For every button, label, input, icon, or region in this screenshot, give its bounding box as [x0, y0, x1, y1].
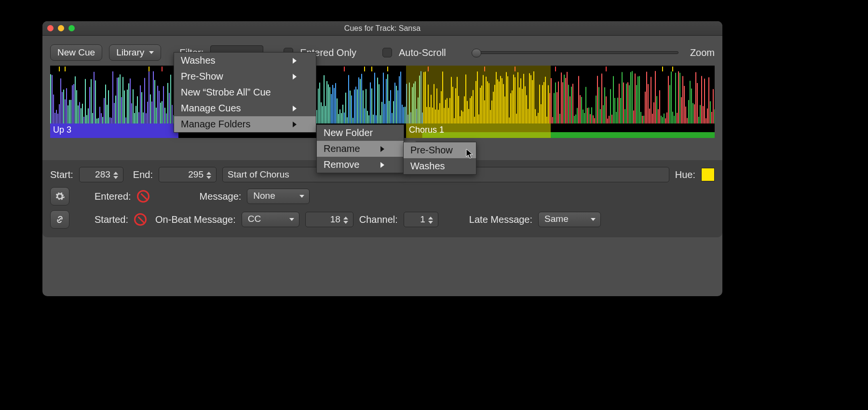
titlebar[interactable]: Cues for Track: Sansa — [42, 21, 722, 36]
manage-folders-menu[interactable]: New Folder Rename Remove — [316, 124, 404, 173]
svg-rect-56 — [128, 83, 129, 123]
link-button[interactable] — [50, 210, 69, 229]
menu-item-new-strobe[interactable]: New “Strobe All” Cue — [174, 84, 316, 100]
menu-item-rename[interactable]: Rename — [317, 141, 404, 157]
end-spinner[interactable]: 295 — [159, 167, 217, 182]
settings-button[interactable] — [50, 187, 69, 205]
library-button[interactable]: Library — [109, 44, 161, 61]
svg-rect-478 — [708, 77, 709, 123]
cue-name-value: Start of Chorus — [228, 169, 289, 179]
end-label: End: — [133, 169, 153, 180]
svg-rect-73 — [151, 102, 152, 123]
stepper-icon[interactable] — [428, 214, 436, 226]
svg-rect-385 — [578, 76, 579, 123]
menu-item-new-folder[interactable]: New Folder — [317, 125, 404, 141]
no-entry-icon[interactable] — [137, 190, 149, 203]
svg-rect-393 — [590, 114, 591, 123]
start-spinner[interactable]: 283 — [79, 167, 123, 182]
svg-rect-59 — [133, 89, 134, 123]
svg-rect-29 — [89, 87, 90, 123]
svg-rect-473 — [701, 76, 702, 123]
svg-rect-401 — [601, 74, 602, 123]
menu-item-remove[interactable]: Remove — [317, 157, 404, 173]
svg-rect-76 — [156, 108, 157, 123]
svg-rect-225 — [357, 89, 358, 123]
new-cue-label: New Cue — [57, 47, 95, 58]
svg-rect-227 — [360, 79, 361, 123]
svg-rect-441 — [658, 109, 659, 123]
svg-rect-74 — [153, 71, 154, 123]
svg-rect-439 — [655, 71, 656, 123]
chevron-down-icon — [289, 218, 294, 221]
svg-rect-37 — [101, 113, 102, 123]
zoom-slider[interactable] — [472, 51, 678, 54]
svg-rect-396 — [594, 118, 595, 123]
svg-rect-226 — [358, 77, 359, 123]
svg-rect-66 — [143, 112, 144, 123]
svg-rect-248 — [387, 74, 388, 123]
svg-rect-419 — [626, 83, 627, 123]
svg-rect-240 — [376, 115, 377, 123]
menu-item-label: New “Strobe All” Cue — [181, 87, 271, 98]
svg-rect-35 — [98, 118, 99, 123]
svg-rect-219 — [348, 75, 349, 123]
link-icon — [54, 214, 65, 225]
stepper-icon[interactable] — [343, 214, 351, 226]
no-entry-icon[interactable] — [134, 213, 147, 226]
auto-scroll-checkbox[interactable] — [382, 48, 392, 57]
menu-item-rename-washes[interactable]: Washes — [404, 158, 476, 174]
menu-item-manage-folders[interactable]: Manage Folders — [174, 116, 316, 132]
svg-rect-18 — [73, 84, 74, 123]
svg-rect-424 — [633, 110, 634, 123]
new-cue-button[interactable]: New Cue — [50, 44, 102, 61]
svg-rect-392 — [588, 108, 589, 123]
toolbar: New Cue Library Filter: Entered Only Aut… — [42, 36, 722, 64]
svg-rect-461 — [684, 86, 685, 123]
svg-rect-10 — [63, 90, 64, 123]
svg-rect-389 — [584, 113, 585, 123]
svg-rect-252 — [392, 113, 393, 123]
message-select[interactable]: None — [247, 189, 310, 204]
stepper-icon[interactable] — [206, 169, 214, 181]
onbeat-num-spinner[interactable]: 18 — [305, 212, 353, 227]
stepper-icon[interactable] — [113, 169, 121, 181]
svg-rect-41 — [107, 105, 108, 123]
svg-rect-69 — [147, 102, 148, 123]
svg-rect-369 — [555, 67, 556, 71]
window-title: Cues for Track: Sansa — [42, 24, 722, 33]
svg-rect-54 — [125, 117, 126, 123]
menu-item-label: Manage Folders — [181, 119, 251, 130]
menu-item-preshow[interactable]: Pre-Show — [174, 68, 316, 84]
svg-rect-238 — [373, 115, 374, 123]
late-message-select[interactable]: Same — [538, 212, 601, 227]
svg-rect-88 — [172, 105, 173, 123]
channel-spinner[interactable]: 1 — [404, 212, 438, 227]
hue-swatch[interactable] — [701, 168, 715, 181]
svg-rect-460 — [682, 76, 683, 123]
onbeat-select[interactable]: CC — [242, 212, 299, 227]
svg-rect-452 — [672, 112, 673, 123]
svg-rect-215 — [344, 112, 345, 123]
svg-rect-202 — [325, 106, 326, 123]
menu-item-manage-cues[interactable]: Manage Cues — [174, 100, 316, 116]
svg-rect-428 — [639, 76, 640, 123]
svg-rect-81 — [162, 67, 163, 71]
zoom-slider-thumb[interactable] — [472, 49, 481, 57]
chevron-down-icon — [299, 195, 304, 198]
svg-rect-9 — [62, 92, 63, 123]
svg-rect-224 — [355, 87, 356, 123]
menu-item-washes[interactable]: Washes — [174, 53, 316, 68]
cue-region-chorus1[interactable]: Chorus 1 — [406, 123, 551, 138]
svg-rect-395 — [593, 115, 594, 123]
zoom-label: Zoom — [690, 47, 715, 58]
svg-rect-376 — [565, 78, 566, 123]
svg-rect-80 — [162, 101, 163, 123]
svg-rect-479 — [710, 101, 711, 123]
svg-rect-206 — [331, 94, 332, 123]
entered-label: Entered: — [95, 191, 131, 202]
library-menu[interactable]: Washes Pre-Show New “Strobe All” Cue Man… — [174, 52, 316, 133]
menu-item-rename-preshow[interactable]: Pre-Show — [404, 142, 476, 158]
svg-rect-371 — [558, 82, 559, 123]
svg-rect-462 — [685, 107, 686, 123]
cue-region-up3[interactable]: Up 3 — [50, 123, 178, 138]
